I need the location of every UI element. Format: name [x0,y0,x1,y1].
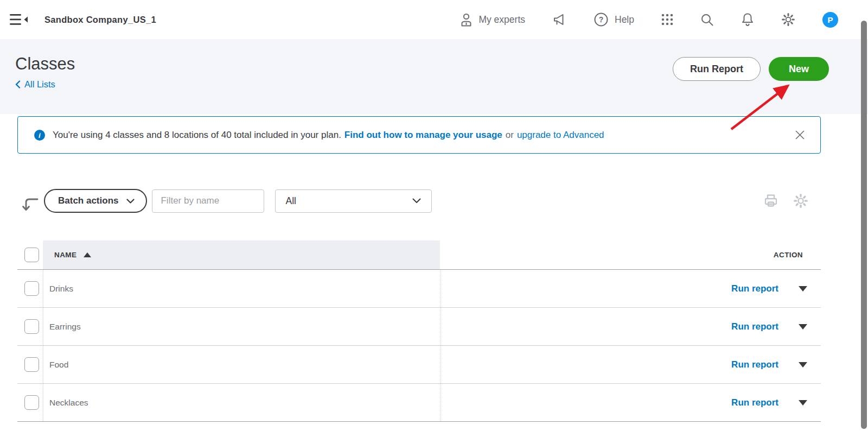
list-toolbar: Batch actions All [17,189,821,213]
person-icon [460,13,473,27]
page-title: Classes [15,54,75,74]
row-checkbox[interactable] [24,395,39,410]
svg-text:i: i [39,131,41,140]
run-report-link[interactable]: Run report [731,397,778,408]
all-lists-label: All Lists [24,79,55,90]
close-icon[interactable] [795,130,805,140]
help-icon: ? [593,12,609,27]
upgrade-advanced-link[interactable]: upgrade to Advanced [517,130,604,141]
action-dropdown-icon[interactable] [799,286,807,292]
announcements-button[interactable] [552,12,566,27]
run-report-link[interactable]: Run report [731,321,778,332]
page-header: Classes All Lists Run Report New [0,39,868,114]
table-row: Food Run report [17,346,821,384]
batch-actions-label: Batch actions [58,195,118,206]
filter-by-name-input[interactable] [152,189,264,213]
chevron-down-icon [126,199,135,204]
action-dropdown-icon[interactable] [799,400,807,406]
type-filter-select[interactable]: All [275,189,432,213]
notifications-bell-icon[interactable] [741,12,754,27]
manage-usage-link[interactable]: Find out how to manage your usage [344,130,502,141]
reorder-arrow-icon[interactable] [22,197,39,213]
table-settings-gear-icon[interactable] [793,193,808,208]
print-icon[interactable] [763,193,778,208]
banner-conjunction: or [506,130,514,141]
scrollbar[interactable] [861,21,867,429]
sidebar-collapse-icon[interactable] [10,14,28,26]
column-separator [441,270,441,421]
my-experts-button[interactable]: My experts [460,13,525,27]
usage-banner: i You're using 4 classes and 8 locations… [17,116,821,154]
my-experts-label: My experts [478,14,525,26]
class-name: Drinks [43,284,73,294]
action-dropdown-icon[interactable] [799,362,807,368]
row-checkbox[interactable] [24,357,39,372]
table-body: Drinks Run report Earrings Run report Fo… [17,270,821,422]
apps-grid-icon[interactable] [661,14,673,26]
all-lists-back-link[interactable]: All Lists [15,79,55,90]
name-column-header[interactable]: NAME [43,240,440,269]
search-icon[interactable] [700,13,714,27]
run-report-link[interactable]: Run report [731,359,778,370]
table-header-row: NAME ACTION [17,240,821,270]
classes-table: NAME ACTION Drinks Run report Earrings [17,240,821,422]
name-column-label: NAME [54,251,76,259]
run-report-button[interactable]: Run Report [673,57,761,81]
action-column-label: ACTION [774,251,803,259]
table-row: Drinks Run report [17,270,821,308]
sort-ascending-icon [84,252,91,257]
column-separator [43,270,43,421]
table-row: Earrings Run report [17,308,821,346]
usage-banner-message: You're using 4 classes and 8 locations o… [53,130,341,141]
batch-actions-button[interactable]: Batch actions [44,189,147,213]
class-name: Necklaces [43,398,88,408]
topbar: Sandbox Company_US_1 My experts [0,0,868,39]
row-checkbox[interactable] [24,319,39,334]
chevron-left-icon [15,80,21,88]
select-all-checkbox[interactable] [24,248,39,262]
run-report-link[interactable]: Run report [731,283,778,294]
row-checkbox[interactable] [24,281,39,296]
svg-text:?: ? [599,15,604,24]
chevron-down-icon [412,198,421,204]
help-button[interactable]: ? Help [593,12,634,27]
megaphone-icon [552,12,566,27]
class-name: Earrings [43,322,81,332]
info-icon: i [34,130,45,141]
help-label: Help [615,14,634,26]
company-name: Sandbox Company_US_1 [44,15,156,25]
class-name: Food [43,360,68,370]
table-row: Necklaces Run report [17,384,821,422]
main-content: i You're using 4 classes and 8 locations… [0,116,868,422]
settings-gear-icon[interactable] [781,12,795,27]
avatar[interactable]: P [822,12,838,28]
action-dropdown-icon[interactable] [799,324,807,330]
type-filter-value: All [285,195,296,207]
new-button[interactable]: New [769,57,829,81]
